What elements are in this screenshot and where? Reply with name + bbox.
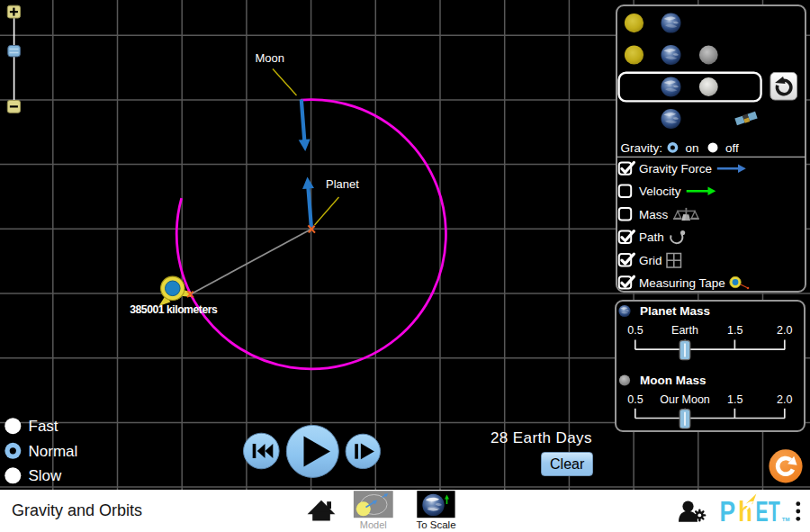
svg-text:Slow: Slow bbox=[29, 467, 63, 484]
svg-text:1.5: 1.5 bbox=[727, 393, 742, 406]
svg-text:Planet Mass: Planet Mass bbox=[640, 304, 710, 318]
svg-text:To Scale: To Scale bbox=[416, 519, 455, 530]
svg-text:Moon: Moon bbox=[256, 51, 285, 65]
svg-text:0.5: 0.5 bbox=[627, 324, 643, 337]
svg-text:Gravity Force: Gravity Force bbox=[639, 162, 712, 176]
svg-text:0.5: 0.5 bbox=[627, 393, 643, 406]
svg-text:28 Earth Days: 28 Earth Days bbox=[490, 429, 592, 446]
svg-text:Earth: Earth bbox=[671, 324, 698, 337]
svg-text:Fast: Fast bbox=[29, 418, 58, 435]
svg-text:Mass: Mass bbox=[639, 208, 669, 221]
svg-text:TM: TM bbox=[782, 516, 790, 521]
svg-text:1.5: 1.5 bbox=[727, 324, 742, 337]
svg-text:on: on bbox=[686, 141, 699, 155]
svg-text:Velocity: Velocity bbox=[639, 185, 681, 198]
svg-text:Model: Model bbox=[360, 519, 387, 530]
svg-text:Measuring Tape: Measuring Tape bbox=[639, 276, 725, 290]
svg-text:Moon Mass: Moon Mass bbox=[640, 374, 706, 387]
svg-text:Normal: Normal bbox=[29, 443, 78, 460]
svg-text:2.0: 2.0 bbox=[777, 324, 792, 337]
svg-text:Gravity:: Gravity: bbox=[621, 141, 663, 155]
svg-text:ET: ET bbox=[756, 495, 780, 527]
svg-text:Planet: Planet bbox=[326, 177, 359, 191]
svg-text:Grid: Grid bbox=[639, 254, 662, 267]
svg-text:P: P bbox=[720, 495, 736, 527]
svg-text:off: off bbox=[725, 141, 739, 155]
svg-text:Path: Path bbox=[639, 230, 664, 244]
svg-text:2.0: 2.0 bbox=[777, 393, 792, 406]
svg-text:385001 kilometers: 385001 kilometers bbox=[130, 303, 218, 316]
svg-text:Our Moon: Our Moon bbox=[660, 393, 710, 406]
